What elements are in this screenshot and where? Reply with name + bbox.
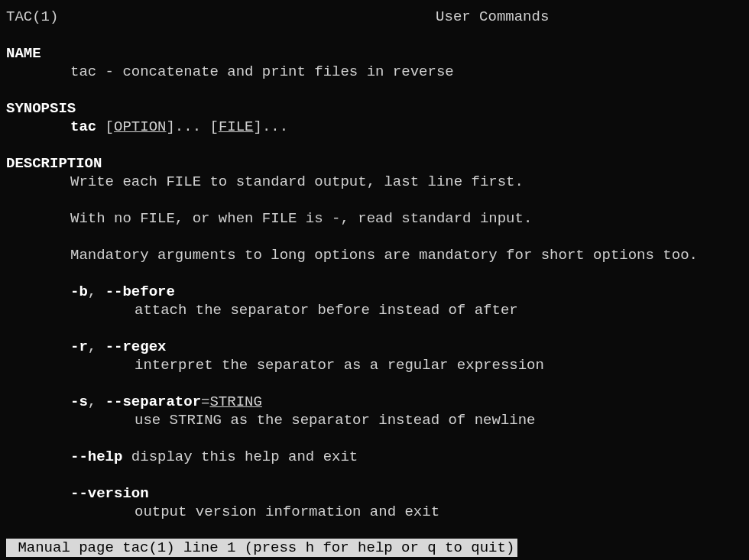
description-p1: Write each FILE to standard output, last… xyxy=(6,173,743,191)
synopsis-text: ]... [ xyxy=(166,118,218,135)
blank-line xyxy=(6,264,743,283)
option-long: --regex xyxy=(105,338,167,355)
option-short: -s xyxy=(70,393,88,410)
man-header: TAC(1) User Commands xyxy=(6,8,743,26)
option-long: --before xyxy=(105,283,175,300)
man-status-bar[interactable]: Manual page tac(1) line 1 (press h for h… xyxy=(6,539,517,557)
blank-line xyxy=(6,136,743,154)
option-sep: , xyxy=(88,393,105,410)
option-b-desc: attach the separator before instead of a… xyxy=(6,301,743,319)
option-s: -s, --separator=STRING xyxy=(6,393,743,411)
option-sep: , xyxy=(88,338,105,355)
synopsis-cmd: tac xyxy=(70,118,96,135)
option-arg: STRING xyxy=(209,393,261,410)
blank-line xyxy=(6,374,743,393)
blank-line xyxy=(6,466,743,484)
section-synopsis-body: tac [OPTION]... [FILE]... xyxy=(6,118,743,136)
option-s-desc: use STRING as the separator instead of n… xyxy=(6,411,743,429)
blank-line xyxy=(6,429,743,448)
option-short: -b xyxy=(70,283,88,300)
section-description-heading: DESCRIPTION xyxy=(6,154,743,173)
header-center: User Commands xyxy=(58,8,743,26)
option-short: -r xyxy=(70,338,88,355)
option-space xyxy=(122,448,131,465)
description-p3: Mandatory arguments to long options are … xyxy=(6,246,743,264)
option-long: --version xyxy=(70,485,149,502)
description-p2: With no FILE, or when FILE is -, read st… xyxy=(6,209,743,228)
option-b: -b, --before xyxy=(6,283,743,301)
blank-line xyxy=(6,319,743,338)
synopsis-text: [ xyxy=(96,118,114,135)
synopsis-option: OPTION xyxy=(114,118,166,135)
header-left: TAC(1) xyxy=(6,8,58,26)
option-long: --help xyxy=(70,448,122,465)
option-help-desc: display this help and exit xyxy=(131,448,358,465)
option-r: -r, --regex xyxy=(6,338,743,356)
option-version: --version xyxy=(6,484,743,503)
option-help: --help display this help and exit xyxy=(6,448,743,466)
option-r-desc: interpret the separator as a regular exp… xyxy=(6,356,743,374)
option-sep: , xyxy=(88,283,105,300)
synopsis-text: ]... xyxy=(253,118,288,135)
option-eq: = xyxy=(201,393,209,410)
section-name-heading: NAME xyxy=(6,44,743,63)
option-version-desc: output version information and exit xyxy=(6,503,743,521)
blank-line xyxy=(6,81,743,99)
blank-line xyxy=(6,228,743,246)
blank-line xyxy=(6,191,743,209)
option-long: --separator xyxy=(105,393,201,410)
section-name-body: tac - concatenate and print files in rev… xyxy=(6,63,743,81)
synopsis-file: FILE xyxy=(219,118,254,135)
section-synopsis-heading: SYNOPSIS xyxy=(6,99,743,118)
